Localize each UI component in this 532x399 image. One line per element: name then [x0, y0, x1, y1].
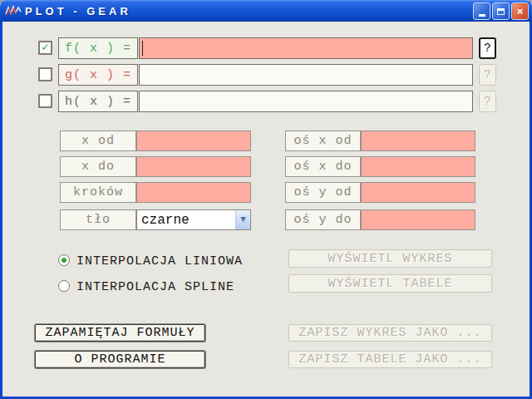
maximize-icon	[497, 8, 505, 15]
function-input-f[interactable]	[139, 37, 473, 59]
function-input-h[interactable]	[139, 91, 473, 112]
app-icon	[5, 4, 22, 17]
save-table-as-button: ZAPISZ TABELE JAKO ...	[288, 351, 492, 368]
radio-interpolacja-spline[interactable]	[58, 280, 70, 292]
chevron-down-icon: ▼	[240, 215, 246, 224]
radio-interpolacja-liniowa[interactable]	[58, 254, 70, 266]
input-os-y-od[interactable]	[361, 182, 475, 203]
minimize-button[interactable]	[473, 2, 490, 20]
label-os-x-od: oś x od	[285, 131, 361, 151]
input-os-x-do[interactable]	[361, 156, 475, 177]
about-button[interactable]: O PROGRAMIE	[35, 351, 205, 368]
input-krokow[interactable]	[136, 182, 251, 203]
help-button-g: ?	[479, 64, 496, 86]
input-os-x-od[interactable]	[361, 131, 475, 151]
checkbox-g[interactable]	[38, 67, 52, 81]
radio-label-spline[interactable]: INTERPOLACJA SPLINE	[76, 280, 234, 294]
label-os-y-od: oś y od	[285, 182, 361, 203]
function-label-g: g( x ) =	[58, 64, 138, 86]
maximize-button[interactable]	[492, 2, 510, 20]
input-os-y-do[interactable]	[361, 209, 475, 230]
close-button[interactable]: ×	[511, 2, 529, 20]
label-tlo: tło	[60, 209, 136, 230]
save-formulas-button[interactable]: ZAPAMIĘTAJ FORMUŁY	[35, 324, 205, 342]
function-label-f: f( x ) =	[58, 37, 138, 59]
label-os-y-do: oś y do	[285, 209, 361, 230]
window-controls: ×	[473, 2, 529, 20]
dropdown-selected-value: czarne	[137, 213, 235, 228]
function-input-g[interactable]	[139, 64, 473, 86]
checkbox-f[interactable]: ✓	[38, 41, 52, 55]
input-x-do[interactable]	[136, 156, 251, 177]
background-dropdown[interactable]: czarne ▼	[136, 209, 251, 230]
help-button-f[interactable]: ?	[479, 37, 496, 59]
input-x-od[interactable]	[136, 131, 251, 151]
app-window: PLOT - GEAR × ✓ f( x ) = ? g( x ) = ? h(…	[0, 0, 532, 399]
save-chart-as-button: ZAPISZ WYKRES JAKO ...	[288, 324, 492, 342]
checkbox-h[interactable]	[38, 94, 52, 108]
help-button-h: ?	[479, 91, 496, 112]
check-icon: ✓	[42, 42, 48, 53]
label-x-do: x do	[60, 156, 136, 177]
label-os-x-do: oś x do	[285, 156, 361, 177]
function-label-h: h( x ) =	[58, 91, 138, 112]
close-icon: ×	[517, 6, 524, 17]
display-chart-button: WYŚWIETL WYKRES	[288, 249, 492, 268]
label-krokow: kroków	[60, 182, 136, 203]
minimize-icon	[479, 14, 485, 17]
window-title: PLOT - GEAR	[25, 5, 131, 17]
dropdown-button[interactable]: ▼	[235, 210, 250, 229]
radio-label-liniowa[interactable]: INTERPOLACJA LINIOWA	[76, 254, 243, 268]
display-table-button: WYŚWIETL TABELE	[288, 274, 492, 293]
radio-selected-dot	[62, 258, 66, 263]
label-x-od: x od	[60, 131, 136, 151]
text-caret	[142, 41, 143, 56]
titlebar[interactable]: PLOT - GEAR ×	[0, 0, 532, 22]
